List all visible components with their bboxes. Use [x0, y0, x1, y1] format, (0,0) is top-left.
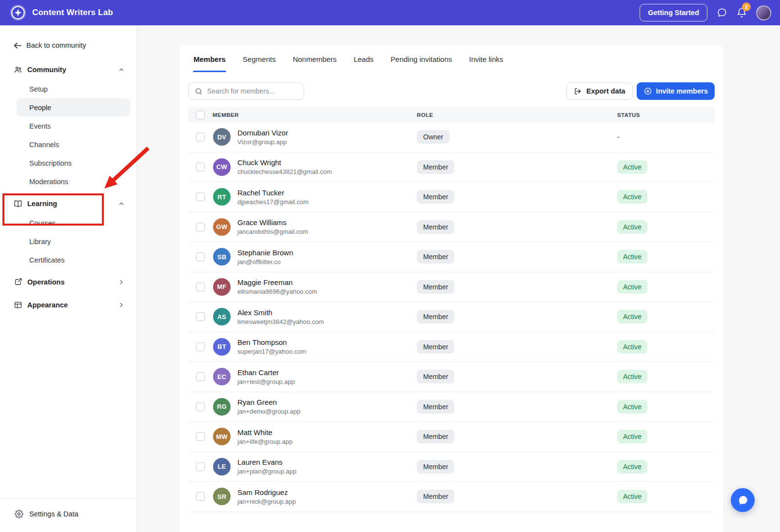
status-value: - [617, 133, 620, 141]
chevron-right-icon [118, 279, 125, 285]
tab-nonmembers[interactable]: Nonmembers [292, 45, 337, 72]
tab-members[interactable]: Members [193, 45, 226, 72]
role-badge: Member [417, 250, 454, 264]
settings-and-data[interactable]: Settings & Data [0, 498, 136, 532]
back-to-community-link[interactable]: Back to community [0, 25, 136, 53]
sidebar-section-appearance[interactable]: Appearance [0, 295, 136, 315]
member-email: Vizor@group.app [237, 138, 288, 146]
status-badge: Active [617, 430, 647, 443]
member-name: Matt White [237, 428, 292, 437]
main-area: MembersSegmentsNonmembersLeadsPending in… [137, 25, 780, 532]
tab-invite-links[interactable]: Invite links [468, 45, 504, 72]
export-label: Export data [586, 87, 625, 95]
export-data-button[interactable]: Export data [566, 82, 633, 100]
member-email: ellismania9696@yahoo.com [237, 288, 317, 295]
row-checkbox[interactable] [196, 372, 205, 381]
appearance-icon [14, 301, 22, 309]
member-avatar: DV [213, 128, 231, 146]
notifications-icon[interactable]: 2 [737, 7, 747, 18]
role-badge: Member [417, 190, 454, 204]
row-checkbox[interactable] [196, 342, 205, 351]
member-email: chuckiechesse43821@gmail.com [237, 168, 332, 175]
row-checkbox[interactable] [196, 462, 205, 471]
sidebar-item-people[interactable]: People [17, 98, 130, 116]
chat-launcher-button[interactable] [731, 488, 755, 512]
sidebar-section-label: Community [27, 66, 66, 74]
member-email: jan+test@group.app [237, 378, 295, 385]
sidebar-item-channels[interactable]: Channels [17, 135, 130, 153]
sidebar-item-library[interactable]: Library [17, 232, 130, 250]
status-badge: Active [617, 190, 647, 204]
member-avatar: MF [213, 278, 231, 296]
getting-started-button[interactable]: Getting Started [640, 4, 707, 21]
role-badge: Member [417, 220, 454, 234]
row-checkbox[interactable] [196, 402, 205, 411]
row-checkbox[interactable] [196, 163, 205, 171]
row-checkbox[interactable] [196, 312, 205, 321]
status-badge: Active [617, 310, 647, 323]
learning-icon [14, 199, 22, 208]
member-email: superjan17@yahoo.com [237, 348, 306, 355]
invite-label: Invite members [656, 87, 708, 95]
select-all-checkbox[interactable] [196, 111, 205, 119]
settings-label: Settings & Data [29, 510, 78, 518]
messages-icon[interactable] [717, 7, 727, 18]
table-row: SBStephanie Brownjan@offkilter.coMemberA… [188, 242, 715, 272]
status-badge: Active [617, 460, 647, 474]
status-badge: Active [617, 400, 647, 414]
status-badge: Active [617, 160, 647, 174]
row-checkbox[interactable] [196, 252, 205, 261]
role-badge: Member [417, 460, 454, 474]
members-table: MEMBER ROLE STATUS DVDornubari VizorVizo… [188, 107, 715, 512]
sidebar-item-events[interactable]: Events [17, 117, 130, 135]
sidebar-item-courses[interactable]: Courses [17, 214, 130, 232]
sidebar-section-community[interactable]: Community [0, 60, 136, 79]
role-badge: Member [417, 160, 454, 174]
tabs: MembersSegmentsNonmembersLeadsPending in… [188, 45, 715, 72]
sidebar-section-label: Operations [27, 278, 65, 286]
member-email: jan+nick@group.app [237, 498, 296, 505]
tab-segments[interactable]: Segments [242, 45, 276, 72]
sidebar-section-learning[interactable]: Learning [0, 194, 136, 213]
chevron-up-icon [118, 200, 125, 207]
search-icon [195, 87, 203, 95]
sidebar-sections: CommunitySetupPeopleEventsChannelsSubscr… [0, 60, 136, 315]
export-icon [574, 87, 582, 95]
row-checkbox[interactable] [196, 283, 205, 291]
sidebar-section-label: Appearance [27, 301, 68, 309]
member-email: jancandothis@gmail.com [237, 228, 308, 235]
tab-pending-invitations[interactable]: Pending invitations [390, 45, 452, 72]
table-row: RGRyan Greenjan+demo@group.appMemberActi… [188, 392, 715, 422]
row-checkbox[interactable] [196, 432, 205, 441]
app-logo-icon[interactable] [10, 4, 26, 21]
sidebar-item-certificates[interactable]: Certificates [17, 251, 130, 269]
row-checkbox[interactable] [196, 492, 205, 501]
operations-icon [14, 278, 22, 286]
role-badge: Member [417, 400, 454, 414]
role-badge: Member [417, 280, 454, 294]
member-name: Ben Thompson [237, 338, 306, 346]
member-email: jan+demo@group.app [237, 408, 300, 415]
member-name: Ryan Green [237, 398, 300, 406]
sidebar-section-operations[interactable]: Operations [0, 272, 136, 292]
table-header: MEMBER ROLE STATUS [188, 107, 715, 122]
col-header-role: ROLE [417, 112, 614, 118]
member-avatar: RT [213, 188, 231, 206]
table-row: CWChuck Wrightchuckiechesse43821@gmail.c… [188, 152, 715, 183]
members-card: MembersSegmentsNonmembersLeadsPending in… [179, 45, 723, 532]
chevron-up-icon [118, 66, 125, 73]
sidebar-item-subscriptions[interactable]: Subscriptions [17, 154, 130, 172]
search-input[interactable] [207, 87, 298, 95]
row-checkbox[interactable] [196, 133, 205, 141]
member-avatar: LE [213, 458, 231, 475]
user-avatar[interactable] [756, 5, 771, 20]
tab-leads[interactable]: Leads [353, 45, 374, 72]
role-badge: Member [417, 340, 454, 354]
row-checkbox[interactable] [196, 192, 205, 201]
invite-members-button[interactable]: Invite members [637, 82, 715, 100]
member-email: jan+life@group.app [237, 438, 292, 445]
sidebar-item-setup[interactable]: Setup [17, 80, 130, 98]
member-avatar: MW [213, 428, 231, 445]
row-checkbox[interactable] [196, 223, 205, 231]
sidebar-item-moderations[interactable]: Moderations [17, 172, 130, 190]
